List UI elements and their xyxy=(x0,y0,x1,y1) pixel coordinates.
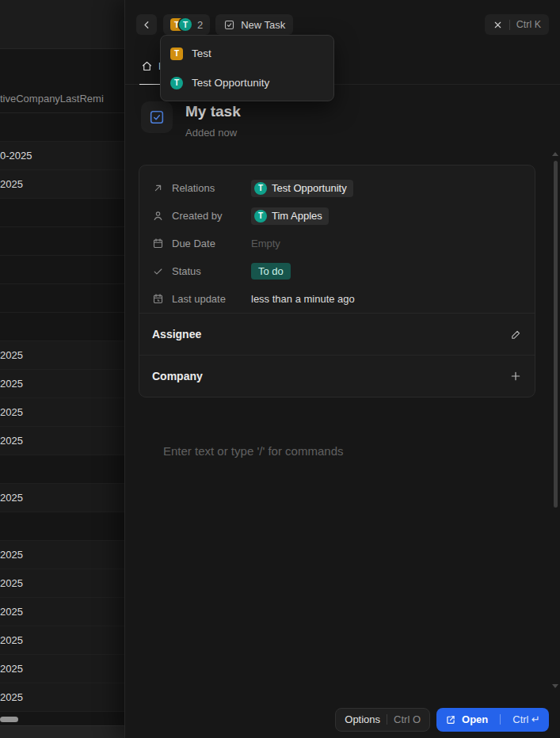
pencil-icon xyxy=(510,329,522,340)
panel-footer: Options Ctrl O Open Ctrl ↵ xyxy=(125,701,560,738)
avatar-opportunity: T xyxy=(170,77,183,89)
table-row: 0-2025 xyxy=(0,142,124,170)
field-label: Status xyxy=(172,265,251,277)
record-count: 2 xyxy=(197,19,203,31)
open-external-icon xyxy=(445,714,456,725)
table-row: 2025 xyxy=(0,398,124,427)
dropdown-item-test-opportunity[interactable]: T Test Opportunity xyxy=(164,68,330,97)
table-row: 2025 xyxy=(0,484,124,512)
record-chips-group[interactable]: T T 2 xyxy=(163,14,210,35)
table-cell: 2025 xyxy=(0,691,23,703)
options-label: Options xyxy=(345,713,380,725)
table-cell: 2025 xyxy=(0,406,23,418)
field-status[interactable]: Status To do xyxy=(139,257,535,285)
table-row xyxy=(0,512,124,541)
section-assignee-title: Assignee xyxy=(152,328,201,340)
background-table: tiveCompanyLastRemi 0-2025 2025 2025 202… xyxy=(0,0,124,738)
open-record-button[interactable]: Open Ctrl ↵ xyxy=(436,708,549,732)
relation-chip-opportunity[interactable]: T Test Opportunity xyxy=(251,180,353,197)
background-page-header xyxy=(0,0,124,49)
field-label: Created by xyxy=(172,210,251,222)
table-cell: 2025 xyxy=(0,492,23,504)
field-last-update[interactable]: Last update less than a minute ago xyxy=(139,285,535,313)
avatar-task: T xyxy=(170,48,183,60)
home-icon xyxy=(141,60,153,72)
created-by-name: Tim Apples xyxy=(272,210,322,222)
back-button[interactable] xyxy=(136,14,157,35)
section-company: Company xyxy=(139,355,535,397)
task-check-square-icon xyxy=(141,101,173,133)
new-task-label: New Task xyxy=(241,19,285,31)
table-cell: 2025 xyxy=(0,549,23,561)
open-label: Open xyxy=(462,713,488,725)
table-row: 2025 xyxy=(0,341,124,370)
new-task-button[interactable]: New Task xyxy=(215,14,293,35)
table-row: 2025 xyxy=(0,427,124,455)
plus-icon xyxy=(509,370,522,382)
vertical-scrollbar-thumb[interactable] xyxy=(554,161,558,508)
field-created-by[interactable]: Created by T Tim Apples xyxy=(139,202,535,230)
table-cell: 2025 xyxy=(0,349,23,361)
open-shortcut: Ctrl ↵ xyxy=(512,713,540,725)
relation-chip-label: Test Opportunity xyxy=(272,182,347,194)
close-icon xyxy=(493,20,503,30)
table-row xyxy=(0,284,124,313)
field-relations[interactable]: Relations T Test Opportunity xyxy=(139,174,535,202)
field-due-date[interactable]: Due Date Empty xyxy=(139,230,535,257)
table-footer-bar xyxy=(0,725,124,738)
task-header: My task Added now xyxy=(141,101,241,139)
table-cell: 2025 xyxy=(0,634,23,646)
avatar-opportunity: T xyxy=(254,182,267,195)
field-label: Last update xyxy=(172,293,251,305)
table-cell: 0-2025 xyxy=(0,150,32,162)
divider xyxy=(509,20,510,30)
dropdown-item-label: Test Opportunity xyxy=(192,77,269,89)
scrollbar-down-arrow[interactable] xyxy=(552,684,558,688)
table-rows: 0-2025 2025 2025 2025 2025 2025 2025 202… xyxy=(0,113,124,738)
record-side-panel: T T 2 New Task Ctrl K xyxy=(124,0,560,738)
options-button[interactable]: Options Ctrl O xyxy=(335,708,430,732)
table-cell: 2025 xyxy=(0,606,23,618)
arrow-up-right-icon xyxy=(152,182,164,194)
chevron-left-icon xyxy=(141,19,153,31)
table-row: 2025 xyxy=(0,541,124,569)
table-row: 2025 xyxy=(0,683,124,712)
table-column-header: tiveCompanyLastRemi xyxy=(0,85,124,113)
avatar-user: T xyxy=(254,210,267,223)
table-row: 2025 xyxy=(0,170,124,199)
table-row xyxy=(0,199,124,227)
note-body-editor[interactable]: Enter text or type '/' for commands xyxy=(163,444,343,458)
section-assignee: Assignee xyxy=(139,313,535,355)
close-panel-button[interactable]: Ctrl K xyxy=(485,14,549,35)
divider xyxy=(500,714,501,725)
dropdown-item-test-task[interactable]: T Test xyxy=(164,39,330,68)
properties-card: Relations T Test Opportunity Created by … xyxy=(139,165,535,398)
section-company-title: Company xyxy=(152,370,203,382)
task-title-block: My task Added now xyxy=(185,101,241,139)
table-row xyxy=(0,313,124,341)
user-icon xyxy=(152,210,164,222)
field-label: Relations xyxy=(172,182,251,194)
options-shortcut: Ctrl O xyxy=(394,713,421,725)
table-cell: 2025 xyxy=(0,378,23,390)
scrollbar-up-arrow[interactable] xyxy=(552,152,558,156)
table-row: 2025 xyxy=(0,598,124,626)
table-row: 2025 xyxy=(0,569,124,598)
table-cell: 2025 xyxy=(0,663,23,675)
task-title[interactable]: My task xyxy=(185,103,241,120)
edit-assignee-button[interactable] xyxy=(510,329,522,340)
avatar-opportunity: T xyxy=(179,18,192,31)
horizontal-scrollbar-thumb[interactable] xyxy=(0,717,18,722)
table-row xyxy=(0,256,124,284)
calendar-icon xyxy=(152,238,164,249)
created-by-chip[interactable]: T Tim Apples xyxy=(251,207,329,225)
close-shortcut-label: Ctrl K xyxy=(516,19,541,30)
field-label: Due Date xyxy=(172,238,251,249)
table-row xyxy=(0,455,124,484)
add-company-button[interactable] xyxy=(509,370,522,382)
check-icon xyxy=(152,265,164,277)
table-cell: 2025 xyxy=(0,435,23,447)
last-update-value: less than a minute ago xyxy=(251,293,355,305)
table-cell: 2025 xyxy=(0,178,23,190)
status-badge[interactable]: To do xyxy=(251,263,291,280)
